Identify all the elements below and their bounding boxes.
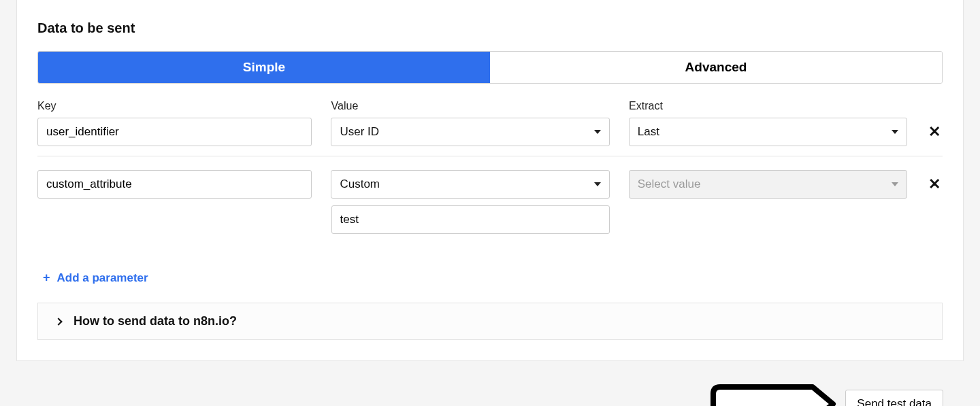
value-select-text: Custom	[340, 177, 380, 191]
accordion-help[interactable]: How to send data to n8n.io?	[37, 303, 943, 340]
chevron-down-icon	[594, 130, 601, 134]
plus-icon: +	[43, 271, 50, 285]
remove-row-button[interactable]: ✕	[926, 118, 943, 146]
key-input[interactable]	[37, 118, 312, 146]
section-title: Data to be sent	[37, 20, 943, 36]
parameter-row: Custom Select value ✕	[37, 170, 943, 243]
label-extract: Extract	[629, 100, 663, 112]
remove-row-button[interactable]: ✕	[926, 170, 943, 199]
accordion-title: How to send data to n8n.io?	[74, 314, 237, 328]
extract-select-placeholder: Select value	[638, 177, 701, 191]
custom-value-input[interactable]	[331, 205, 610, 234]
extract-select-text: Last	[638, 125, 659, 139]
add-parameter-button[interactable]: + Add a parameter	[43, 271, 148, 285]
send-test-data-button[interactable]: Send test data	[845, 390, 943, 406]
value-select[interactable]: User ID	[331, 118, 609, 146]
close-icon: ✕	[928, 175, 941, 193]
parameter-row: User ID Last ✕	[37, 118, 943, 156]
tab-advanced[interactable]: Advanced	[490, 52, 942, 83]
value-select-text: User ID	[340, 125, 379, 139]
chevron-down-icon	[892, 182, 898, 186]
label-value: Value	[331, 100, 359, 112]
extract-select[interactable]: Last	[629, 118, 907, 146]
label-key: Key	[37, 100, 56, 112]
key-input[interactable]	[37, 170, 312, 199]
callout-tag-icon	[710, 384, 837, 406]
footer: Send test data	[16, 361, 964, 406]
tab-simple[interactable]: Simple	[38, 52, 490, 83]
extract-select-disabled: Select value	[629, 170, 907, 199]
chevron-right-icon	[54, 318, 62, 325]
close-icon: ✕	[928, 123, 941, 141]
chevron-down-icon	[594, 182, 601, 186]
value-select[interactable]: Custom	[331, 170, 609, 199]
tabs: Simple Advanced	[37, 51, 943, 84]
column-labels: Key Value Extract	[37, 100, 943, 112]
add-parameter-label: Add a parameter	[57, 271, 148, 285]
chevron-down-icon	[892, 130, 898, 134]
